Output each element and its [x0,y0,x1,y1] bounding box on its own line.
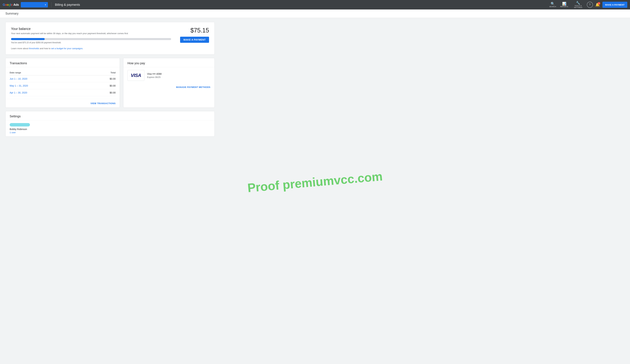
balance-subtitle: Your next automatic payment will be with… [11,32,171,35]
make-payment-button[interactable]: MAKE A PAYMENT [180,37,209,43]
balance-right: $75.15 MAKE A PAYMENT [175,27,209,43]
learn-more-text: Learn more about thresholds and how to s… [11,47,171,50]
transaction-date-link[interactable]: Jun 1 – 10, 2020 [10,77,27,80]
help-button[interactable]: ? [587,2,593,8]
balance-amount: $75.15 [190,27,209,34]
view-transactions-link[interactable]: VIEW TRANSACTIONS [90,102,116,105]
make-payment-nav-button[interactable]: MAKE A PAYMENT [602,2,627,8]
account-selector-text: ████████ [22,3,44,6]
how-you-pay-header: How you pay [124,58,214,67]
card-details: Visa •••• 4068 Expires 06/25 [147,73,210,78]
table-row: Apr 1 – 30, 2020 $0.00 [10,89,116,96]
notification-button[interactable]: 🔔 1 [594,1,601,8]
progress-bar-container [11,38,171,40]
settings-account-blur [10,123,30,127]
transaction-total: $0.00 [90,89,116,96]
notification-badge: 1 [598,2,600,5]
reports-label: REPORTS [560,6,568,7]
view-transactions-row: VIEW TRANSACTIONS [6,99,120,108]
settings-body: Bobby Robinson 1 user [6,120,214,136]
balance-title: Your balance [11,27,171,31]
search-icon: 🔍 [550,2,555,5]
reports-icon: 📊 [562,2,566,5]
visa-logo-box: VISA [128,70,144,81]
table-row: May 1 – 31, 2020 $0.00 [10,82,116,89]
visa-logo: VISA [131,73,141,78]
card-expiry: Expires 06/25 [147,76,210,78]
page-title: Summary [6,12,624,15]
how-you-pay-card: How you pay VISA Visa •••• 4068 Expires … [123,58,215,108]
manage-payment-row: MANAGE PAYMENT METHODS [124,84,214,92]
col-total: Total [90,70,116,75]
transaction-total: $0.00 [90,82,116,89]
main-content: Your balance Your next automatic payment… [0,18,220,144]
progress-bar-fill [11,38,45,40]
set-budget-link[interactable]: set a budget for your campaigns. [51,47,83,50]
transaction-total: $0.00 [90,75,116,82]
reports-nav-btn[interactable]: 📊 REPORTS [559,1,570,8]
page-billing-title: Billing & payments [55,3,80,6]
dropdown-arrow-icon: ▼ [44,4,46,6]
settings-header: Settings [6,111,214,120]
account-selector[interactable]: ████████ ▼ [21,2,48,7]
transactions-card: Transactions Date range Total Jun 1 – 10… [6,58,120,108]
google-ads-logo: Google Ads [3,3,19,6]
top-nav: Google Ads ████████ ▼ Billing & payments… [0,0,630,9]
settings-users: 1 user [10,131,210,134]
card-number: Visa •••• 4068 [147,73,210,75]
settings-card: Settings Bobby Robinson 1 user [6,111,215,137]
search-label: SEARCH [549,6,556,7]
bottom-row: Transactions Date range Total Jun 1 – 10… [6,58,215,111]
nav-actions: 🔍 SEARCH 📊 REPORTS 🔧 TOOLS & SETTINGS ? … [548,0,627,9]
settings-name: Bobby Robinson [10,128,210,131]
watermark: Proof premiumvcc.com [247,169,383,195]
balance-left: Your balance Your next automatic payment… [11,27,171,50]
search-nav-btn[interactable]: 🔍 SEARCH [548,1,558,8]
transactions-table: Date range Total Jun 1 – 10, 2020 $0.00 … [10,70,116,96]
transaction-date-link[interactable]: May 1 – 31, 2020 [10,84,28,87]
manage-payment-link[interactable]: MANAGE PAYMENT METHODS [176,86,210,88]
progress-text: You've used $75.15 of your $350.00 payme… [11,41,171,44]
thresholds-link[interactable]: thresholds [29,47,39,50]
payment-method-row: VISA Visa •••• 4068 Expires 06/25 [124,67,214,84]
transaction-date-link[interactable]: Apr 1 – 30, 2020 [10,91,27,94]
tools-nav-btn[interactable]: 🔧 TOOLS & SETTINGS [571,0,586,9]
tools-icon: 🔧 [576,1,580,4]
transactions-header: Transactions [6,58,120,67]
page-header: Summary [0,9,630,18]
tools-label: TOOLS & SETTINGS [572,5,584,8]
balance-card: Your balance Your next automatic payment… [6,22,215,55]
table-row: Jun 1 – 10, 2020 $0.00 [10,75,116,82]
nav-divider [51,2,52,7]
transactions-body: Date range Total Jun 1 – 10, 2020 $0.00 … [6,67,120,99]
col-date-range: Date range [10,70,90,75]
